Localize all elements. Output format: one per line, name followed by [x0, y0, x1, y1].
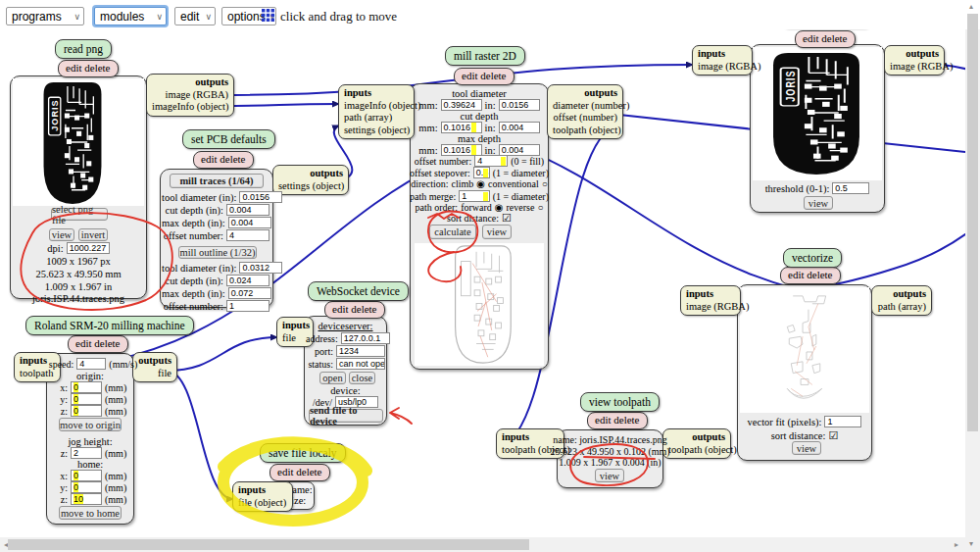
- vectorize-inputs-tab[interactable]: inputs image (RGBA): [680, 285, 741, 316]
- move-to-home-button[interactable]: move to home: [59, 506, 122, 520]
- outline-max-depth-input[interactable]: 0.072: [228, 287, 271, 299]
- origin-x-input[interactable]: 0: [71, 381, 102, 393]
- mill-raster-outputs-tab[interactable]: outputs diameter (number) offset (number…: [547, 84, 623, 139]
- scroll-up-icon[interactable]: ▴: [969, 2, 973, 11]
- input-port-image[interactable]: image (RGBA): [686, 301, 735, 314]
- module-header-set-pcb-defaults[interactable]: set PCB defaults: [182, 129, 275, 149]
- move-grid-icon[interactable]: [262, 9, 274, 22]
- view-toolpath-edit-delete[interactable]: edit delete: [587, 412, 648, 429]
- output-port-toolpath[interactable]: toolpath (object): [553, 125, 617, 137]
- cut-depth-input[interactable]: 0.004: [226, 204, 270, 216]
- vectorize-sort-distance-checkbox[interactable]: ☑: [828, 429, 838, 442]
- input-port-imageinfo[interactable]: imageInfo (object): [344, 100, 409, 113]
- open-button[interactable]: open: [319, 372, 346, 384]
- outline-tool-diameter-input[interactable]: 0.0312: [239, 262, 282, 274]
- programs-dropdown[interactable]: programs∨: [6, 7, 84, 25]
- move-to-origin-button[interactable]: move to origin: [59, 418, 122, 431]
- vertical-scrollbar-thumb[interactable]: [967, 14, 978, 431]
- tool-diameter-input[interactable]: 0.0156: [239, 191, 282, 203]
- input-port-file[interactable]: file (object): [238, 497, 287, 510]
- horizontal-scrollbar-thumb[interactable]: [8, 539, 529, 550]
- view-toolpath-view-button[interactable]: view: [595, 469, 624, 482]
- max-depth-input[interactable]: 0.004: [228, 217, 271, 228]
- jog-z-input[interactable]: 2: [71, 447, 102, 459]
- output-port-settings[interactable]: settings (object): [278, 180, 343, 193]
- close-button[interactable]: close: [349, 372, 375, 384]
- home-x-input[interactable]: 0: [71, 470, 102, 481]
- read-png-view-button[interactable]: view: [49, 228, 74, 241]
- roland-outputs-tab[interactable]: outputs file: [132, 352, 177, 382]
- mill-raster-inputs-tab[interactable]: inputs imageInfo (object) path (array) s…: [338, 84, 415, 139]
- offset-stepover-input[interactable]: 0.5: [473, 167, 490, 178]
- mill-traces-button[interactable]: mill traces (1/64): [170, 174, 264, 188]
- scroll-right-icon[interactable]: ▸: [955, 540, 958, 549]
- output-port-file[interactable]: file: [138, 368, 172, 380]
- offset-number-input[interactable]: 4: [474, 155, 508, 167]
- tool-diameter-in-input[interactable]: 0.0156: [499, 99, 540, 111]
- direction-conventional-radio[interactable]: ○: [542, 178, 548, 189]
- output-port-image[interactable]: image (RGBA): [152, 89, 228, 102]
- outline-offset-number-input[interactable]: 1: [226, 300, 270, 312]
- set-pcb-edit-delete[interactable]: edit delete: [193, 151, 254, 169]
- vector-fit-input[interactable]: 1: [824, 416, 861, 427]
- vectorize-edit-delete[interactable]: edit delete: [780, 267, 841, 284]
- invert-button[interactable]: invert: [78, 228, 108, 241]
- scroll-down-icon[interactable]: ▾: [969, 539, 973, 548]
- vectorize-outputs-tab[interactable]: outputs path (array): [871, 285, 932, 316]
- input-port-image[interactable]: image (RGBA): [698, 61, 747, 74]
- sort-distance-checkbox[interactable]: ☑: [502, 212, 512, 225]
- home-z-input[interactable]: 10: [71, 493, 102, 505]
- module-header-save-file[interactable]: save file localy: [260, 443, 346, 463]
- websocket-edit-delete[interactable]: edit delete: [324, 301, 385, 319]
- output-port-toolpath[interactable]: toolpath (object): [668, 444, 725, 457]
- module-header-read-png[interactable]: read png: [55, 39, 112, 59]
- output-port-diameter[interactable]: diameter (number): [553, 100, 617, 113]
- port-input[interactable]: 1234: [336, 345, 385, 357]
- module-header-roland-srm20[interactable]: Roland SRM-20 milling machine: [25, 316, 194, 335]
- mill-raster-edit-delete[interactable]: edit delete: [454, 68, 514, 85]
- send-file-to-device-button[interactable]: send file to device: [309, 409, 383, 423]
- origin-z-input[interactable]: 0: [71, 405, 102, 417]
- outline-cut-depth-input[interactable]: 0.024: [226, 275, 270, 286]
- modules-dropdown[interactable]: modules∨: [94, 7, 167, 25]
- origin-y-input[interactable]: 0: [71, 393, 102, 405]
- tool-diameter-mm-input[interactable]: 0.39624: [441, 99, 482, 111]
- cut-depth-in-input[interactable]: 0.004: [499, 122, 540, 133]
- view-toolpath-outputs-tab[interactable]: outputs toolpath (object): [662, 428, 731, 459]
- output-port-path[interactable]: path (array): [877, 301, 926, 314]
- read-png-edit-delete[interactable]: edit delete: [58, 60, 119, 77]
- edit-dropdown[interactable]: edit∨: [174, 7, 216, 25]
- module-header-mill-raster-2d[interactable]: mill raster 2D: [445, 46, 525, 66]
- calculate-button[interactable]: calculate: [429, 225, 476, 239]
- speed-input[interactable]: 4: [76, 358, 106, 370]
- input-port-file[interactable]: file: [282, 332, 308, 345]
- output-port-offset[interactable]: offset (number): [553, 112, 617, 125]
- output-port-image[interactable]: image (RGBA): [890, 61, 939, 74]
- path-merge-input[interactable]: 1: [459, 190, 489, 202]
- module-header-view-toolpath[interactable]: view toolpath: [580, 392, 660, 412]
- home-y-input[interactable]: 0: [71, 481, 102, 493]
- mill-outline-button[interactable]: mill outline (1/32): [178, 246, 257, 259]
- image-threshold-outputs-tab[interactable]: outputs image (RGBA): [884, 45, 945, 75]
- module-header-vectorize[interactable]: vectorize: [783, 248, 842, 268]
- offset-number-input[interactable]: 4: [226, 229, 270, 241]
- mill-raster-view-button[interactable]: view: [482, 225, 512, 239]
- roland-edit-delete[interactable]: edit delete: [68, 335, 128, 353]
- input-port-settings[interactable]: settings (object): [344, 125, 409, 137]
- save-file-edit-delete[interactable]: edit delete: [270, 464, 330, 481]
- module-header-websocket-device[interactable]: WebSocket device: [308, 281, 409, 301]
- threshold-view-button[interactable]: view: [804, 196, 833, 210]
- output-port-imageinfo[interactable]: imageInfo (object): [152, 101, 228, 114]
- direction-climb-radio[interactable]: ◉: [476, 178, 485, 189]
- module-canvas[interactable]: read png edit delete outputs image (RGBA…: [0, 0, 980, 552]
- save-file-inputs-tab[interactable]: inputs file (object): [232, 481, 293, 512]
- read-png-outputs-tab[interactable]: outputs image (RGBA) imageInfo (object): [146, 74, 234, 117]
- select-png-file-button[interactable]: select png file: [51, 208, 108, 221]
- vectorize-view-button[interactable]: view: [792, 441, 821, 455]
- image-threshold-edit-delete[interactable]: edit delete: [795, 30, 856, 48]
- image-threshold-inputs-tab[interactable]: inputs image (RGBA): [692, 45, 753, 75]
- dpi-input[interactable]: 1000.227: [67, 242, 110, 254]
- set-pcb-outputs-tab[interactable]: outputs settings (object): [272, 165, 349, 195]
- cut-depth-mm-input[interactable]: 0.1016: [441, 122, 482, 133]
- threshold-input[interactable]: 0.5: [832, 182, 869, 194]
